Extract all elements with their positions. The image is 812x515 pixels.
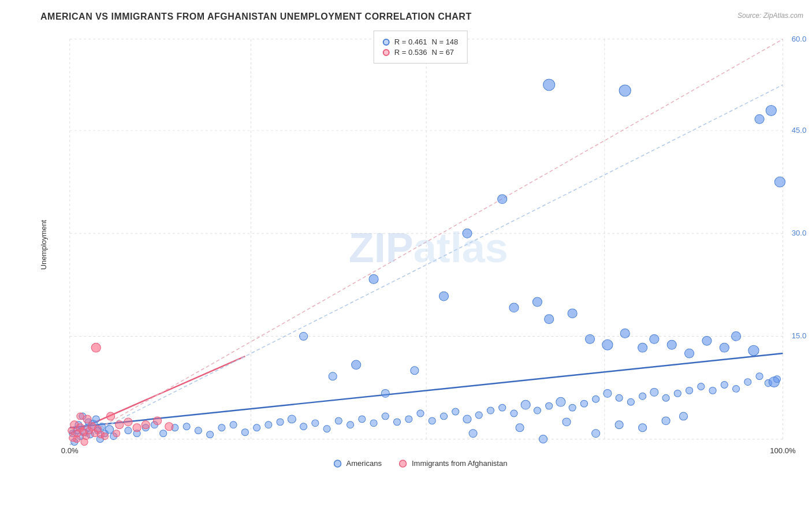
svg-point-154 bbox=[133, 424, 141, 432]
chart-title: AMERICAN VS IMMIGRANTS FROM AFGHANISTAN … bbox=[40, 12, 806, 22]
svg-point-77 bbox=[556, 397, 565, 406]
svg-point-83 bbox=[627, 398, 634, 405]
svg-point-35 bbox=[92, 416, 99, 423]
svg-point-80 bbox=[593, 395, 599, 402]
svg-point-155 bbox=[141, 421, 150, 429]
svg-point-88 bbox=[686, 387, 693, 394]
svg-point-81 bbox=[604, 389, 612, 397]
svg-point-103 bbox=[532, 297, 542, 307]
svg-point-53 bbox=[277, 419, 284, 426]
svg-point-62 bbox=[382, 413, 389, 420]
legend-immigrants: Immigrants from Afghanistan bbox=[399, 459, 507, 468]
svg-point-31 bbox=[105, 426, 113, 434]
svg-point-129 bbox=[539, 435, 547, 443]
svg-point-163 bbox=[400, 460, 407, 467]
svg-point-93 bbox=[744, 379, 751, 386]
legend-icon-pink bbox=[399, 460, 407, 468]
svg-point-43 bbox=[160, 430, 167, 437]
svg-point-104 bbox=[545, 315, 554, 324]
svg-text:0.0%: 0.0% bbox=[61, 446, 79, 455]
svg-point-162 bbox=[334, 460, 341, 467]
svg-point-91 bbox=[721, 382, 728, 389]
legend-row-blue: R = 0.461 N = 148 bbox=[383, 38, 459, 46]
svg-point-45 bbox=[183, 423, 190, 430]
legend-n-pink: N = 67 bbox=[431, 48, 454, 57]
svg-point-99 bbox=[439, 292, 448, 301]
svg-point-87 bbox=[674, 390, 681, 397]
svg-point-46 bbox=[195, 427, 202, 434]
svg-point-75 bbox=[534, 407, 541, 414]
svg-point-149 bbox=[69, 435, 76, 442]
svg-point-94 bbox=[756, 373, 763, 380]
svg-point-50 bbox=[241, 429, 248, 436]
svg-point-73 bbox=[511, 410, 517, 417]
svg-text:30.0%: 30.0% bbox=[792, 229, 806, 237]
svg-point-98 bbox=[369, 275, 378, 284]
svg-point-134 bbox=[662, 417, 670, 425]
svg-point-150 bbox=[91, 343, 100, 352]
svg-point-135 bbox=[679, 412, 687, 420]
legend-circle-pink bbox=[383, 49, 390, 56]
svg-point-71 bbox=[487, 407, 494, 414]
svg-point-160 bbox=[83, 415, 91, 423]
svg-point-159 bbox=[113, 430, 120, 437]
svg-point-116 bbox=[748, 345, 759, 356]
svg-point-113 bbox=[702, 336, 712, 345]
svg-point-111 bbox=[667, 340, 676, 349]
chart-container: AMERICAN VS IMMIGRANTS FROM AFGHANISTAN … bbox=[0, 0, 812, 515]
svg-text:60.0%: 60.0% bbox=[792, 35, 806, 43]
svg-point-101 bbox=[498, 195, 507, 204]
svg-point-52 bbox=[265, 421, 272, 428]
svg-point-133 bbox=[639, 424, 647, 432]
svg-point-56 bbox=[312, 420, 319, 427]
svg-point-106 bbox=[585, 334, 594, 344]
svg-point-97 bbox=[352, 360, 361, 370]
svg-point-89 bbox=[698, 383, 705, 390]
legend-r-blue: R = 0.461 bbox=[394, 38, 427, 46]
svg-point-66 bbox=[429, 417, 435, 424]
svg-point-117 bbox=[769, 377, 779, 387]
svg-point-156 bbox=[153, 417, 161, 425]
svg-point-161 bbox=[77, 413, 84, 420]
svg-point-51 bbox=[254, 424, 260, 431]
svg-point-123 bbox=[299, 332, 307, 340]
svg-text:Unemployment: Unemployment bbox=[39, 219, 48, 270]
svg-point-54 bbox=[288, 415, 296, 423]
legend-americans: Americans bbox=[334, 459, 382, 468]
legend-r-pink: R = 0.536 bbox=[394, 48, 427, 57]
svg-point-153 bbox=[124, 418, 132, 426]
svg-point-109 bbox=[638, 343, 647, 352]
svg-point-68 bbox=[452, 408, 459, 415]
legend-label-americans: Americans bbox=[347, 459, 382, 468]
svg-point-70 bbox=[475, 412, 482, 419]
svg-point-63 bbox=[393, 419, 400, 426]
svg-point-65 bbox=[417, 410, 424, 417]
svg-point-110 bbox=[650, 334, 659, 344]
svg-text:100.0%: 100.0% bbox=[770, 446, 796, 455]
bottom-legend: Americans Immigrants from Afghanistan bbox=[334, 459, 508, 468]
svg-point-61 bbox=[370, 420, 377, 427]
svg-point-107 bbox=[602, 339, 613, 350]
svg-point-47 bbox=[207, 431, 214, 438]
legend-circle-blue bbox=[383, 39, 390, 46]
svg-point-127 bbox=[469, 430, 477, 438]
chart-area: R = 0.461 N = 148 R = 0.536 N = 67 ZIPat… bbox=[35, 28, 806, 468]
svg-point-152 bbox=[116, 421, 124, 429]
svg-point-67 bbox=[440, 413, 447, 420]
legend-box: R = 0.461 N = 148 R = 0.536 N = 67 bbox=[374, 31, 468, 64]
svg-point-130 bbox=[563, 418, 571, 426]
svg-point-86 bbox=[662, 394, 669, 401]
svg-point-59 bbox=[347, 421, 353, 428]
svg-point-102 bbox=[509, 303, 519, 312]
svg-point-120 bbox=[755, 114, 764, 124]
svg-point-128 bbox=[516, 424, 524, 432]
svg-point-100 bbox=[463, 229, 472, 238]
legend-icon-blue bbox=[334, 460, 342, 468]
svg-point-39 bbox=[125, 427, 132, 434]
svg-point-64 bbox=[405, 416, 412, 423]
svg-point-151 bbox=[106, 412, 114, 420]
svg-point-148 bbox=[81, 439, 88, 446]
svg-point-121 bbox=[543, 79, 555, 91]
svg-point-78 bbox=[569, 404, 576, 411]
svg-point-49 bbox=[230, 421, 237, 428]
